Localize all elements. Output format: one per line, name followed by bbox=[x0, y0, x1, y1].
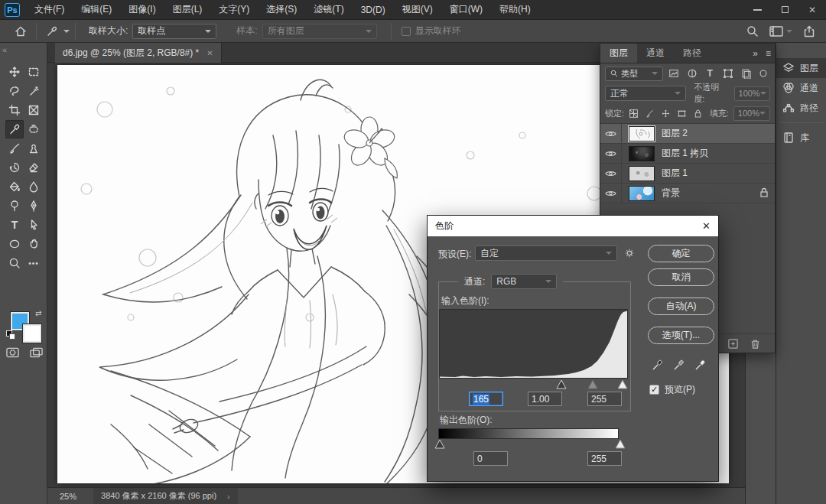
output-white-field[interactable]: 255 bbox=[587, 451, 622, 466]
preset-options-button[interactable] bbox=[624, 248, 635, 261]
layer-thumbnail[interactable] bbox=[629, 146, 655, 161]
dock-item-paths[interactable]: 路径 bbox=[776, 98, 826, 118]
crop-tool[interactable] bbox=[5, 101, 24, 119]
eyedropper-tool[interactable] bbox=[5, 120, 24, 138]
collapse-toolbar-icon[interactable]: « bbox=[2, 45, 7, 54]
channel-select[interactable]: RGB bbox=[491, 274, 557, 289]
auto-button[interactable]: 自动(A) bbox=[648, 298, 714, 315]
fill-value[interactable]: 100% bbox=[733, 106, 770, 121]
sample-size-select[interactable]: 取样点 bbox=[132, 24, 216, 39]
show-sampling-ring-checkbox[interactable] bbox=[402, 27, 411, 36]
chevron-right-icon[interactable]: › bbox=[227, 492, 230, 501]
options-button[interactable]: 选项(T)... bbox=[648, 327, 714, 344]
lock-all-icon[interactable] bbox=[693, 109, 703, 119]
eyedropper-preset-button[interactable] bbox=[42, 22, 62, 41]
output-sliders[interactable] bbox=[434, 439, 625, 450]
eraser-tool[interactable] bbox=[24, 158, 43, 177]
blur-tool[interactable] bbox=[24, 177, 43, 196]
filter-shape-layers-icon[interactable] bbox=[721, 67, 734, 80]
dock-item-layers[interactable]: 图层 bbox=[776, 58, 826, 78]
background-color-swatch[interactable] bbox=[23, 324, 41, 343]
magic-wand-tool[interactable] bbox=[24, 82, 43, 100]
maximize-button[interactable] bbox=[771, 0, 798, 20]
close-button[interactable]: ✕ bbox=[798, 0, 826, 20]
gray-point-dropper[interactable] bbox=[671, 356, 688, 372]
dodge-tool[interactable] bbox=[5, 197, 24, 215]
filter-type-select[interactable]: 类型 bbox=[605, 67, 663, 81]
filter-smart-objects-icon[interactable] bbox=[739, 67, 752, 80]
menu-filter[interactable]: 滤镜(T) bbox=[305, 0, 352, 20]
new-layer-icon[interactable] bbox=[727, 338, 739, 350]
gamma-slider[interactable] bbox=[588, 380, 597, 389]
swap-colors-icon[interactable]: ⇄ bbox=[35, 309, 41, 317]
menu-select[interactable]: 选择(S) bbox=[258, 0, 305, 20]
minimize-button[interactable] bbox=[743, 0, 771, 20]
tab-layers[interactable]: 图层 bbox=[600, 44, 637, 63]
layer-row-layer1-copy[interactable]: 图层 1 拷贝 bbox=[600, 144, 775, 164]
lasso-tool[interactable] bbox=[5, 82, 24, 100]
black-point-dropper[interactable] bbox=[649, 356, 666, 372]
input-gamma-field[interactable]: 1.00 bbox=[528, 392, 562, 406]
type-tool[interactable]: T bbox=[5, 216, 24, 234]
brush-tool[interactable] bbox=[5, 139, 24, 158]
frame-tool[interactable] bbox=[24, 101, 43, 119]
document-info[interactable]: 3840 像素 x 2160 像素 (96 ppi) › bbox=[93, 488, 238, 504]
workspace-switcher[interactable] bbox=[769, 26, 792, 37]
dialog-title-bar[interactable]: 色阶 ✕ bbox=[428, 216, 718, 236]
lock-position-icon[interactable] bbox=[661, 109, 671, 119]
panel-collapse-icon[interactable]: » bbox=[749, 44, 762, 63]
ok-button[interactable]: 确定 bbox=[648, 245, 714, 262]
black-point-slider[interactable] bbox=[557, 380, 566, 389]
panel-menu-icon[interactable]: ≡ bbox=[762, 44, 775, 63]
marquee-tool[interactable] bbox=[24, 63, 43, 81]
clone-stamp-tool[interactable] bbox=[24, 139, 43, 158]
layer-thumbnail[interactable] bbox=[629, 166, 655, 181]
quick-mask-button[interactable] bbox=[6, 347, 19, 358]
menu-type[interactable]: 文字(Y) bbox=[210, 0, 258, 20]
menu-view[interactable]: 视图(V) bbox=[394, 0, 441, 20]
filter-toggle-icon[interactable] bbox=[757, 67, 770, 80]
visibility-toggle[interactable] bbox=[600, 184, 622, 203]
tab-close-icon[interactable]: ✕ bbox=[206, 49, 213, 57]
menu-file[interactable]: 文件(F) bbox=[26, 0, 73, 20]
filter-type-layers-icon[interactable]: T bbox=[704, 67, 717, 80]
share-icon[interactable] bbox=[803, 25, 815, 37]
preset-select[interactable]: 自定 bbox=[475, 245, 617, 261]
menu-3d[interactable]: 3D(D) bbox=[353, 0, 394, 20]
default-colors-icon[interactable] bbox=[6, 330, 16, 340]
lock-artboard-icon[interactable] bbox=[677, 109, 687, 119]
search-icon[interactable] bbox=[746, 25, 759, 37]
layer-row-layer1[interactable]: 图层 1 bbox=[600, 164, 775, 184]
lock-transparent-icon[interactable] bbox=[629, 109, 639, 119]
chevron-down-icon[interactable] bbox=[63, 30, 70, 33]
visibility-toggle[interactable] bbox=[600, 124, 622, 143]
zoom-tool[interactable] bbox=[5, 254, 24, 272]
output-white-slider[interactable] bbox=[616, 440, 625, 448]
output-black-field[interactable]: 0 bbox=[473, 451, 508, 466]
delete-layer-icon[interactable] bbox=[750, 338, 761, 350]
edit-toolbar-button[interactable]: ••• bbox=[24, 254, 43, 272]
filter-pixel-layers-icon[interactable] bbox=[668, 67, 681, 80]
tab-channels[interactable]: 通道 bbox=[637, 44, 674, 63]
ellipse-shape-tool[interactable] bbox=[5, 235, 24, 253]
pen-tool[interactable] bbox=[24, 197, 43, 215]
visibility-toggle[interactable] bbox=[600, 164, 622, 183]
spot-healing-tool[interactable] bbox=[24, 120, 43, 138]
zoom-level[interactable]: 25% bbox=[60, 492, 76, 501]
visibility-toggle[interactable] bbox=[600, 144, 622, 163]
hand-tool[interactable] bbox=[24, 235, 43, 253]
menu-edit[interactable]: 编辑(E) bbox=[73, 0, 120, 20]
input-black-field[interactable]: 165 bbox=[469, 392, 503, 406]
document-tab[interactable]: d6.jpg @ 25% (图层 2, RGB/8#) * ✕ bbox=[55, 43, 222, 63]
paint-bucket-tool[interactable] bbox=[5, 177, 24, 196]
move-tool[interactable] bbox=[5, 63, 24, 81]
menu-layer[interactable]: 图层(L) bbox=[164, 0, 211, 20]
menu-help[interactable]: 帮助(H) bbox=[491, 0, 539, 20]
lock-paint-icon[interactable] bbox=[645, 109, 655, 119]
path-selection-tool[interactable] bbox=[24, 216, 43, 234]
input-sliders[interactable] bbox=[439, 379, 628, 390]
preview-checkbox[interactable]: ✓ 预览(P) bbox=[649, 383, 695, 396]
screen-mode-button[interactable] bbox=[30, 347, 43, 358]
history-brush-tool[interactable] bbox=[5, 158, 24, 177]
layer-row-layer2[interactable]: 图层 2 bbox=[600, 124, 775, 144]
